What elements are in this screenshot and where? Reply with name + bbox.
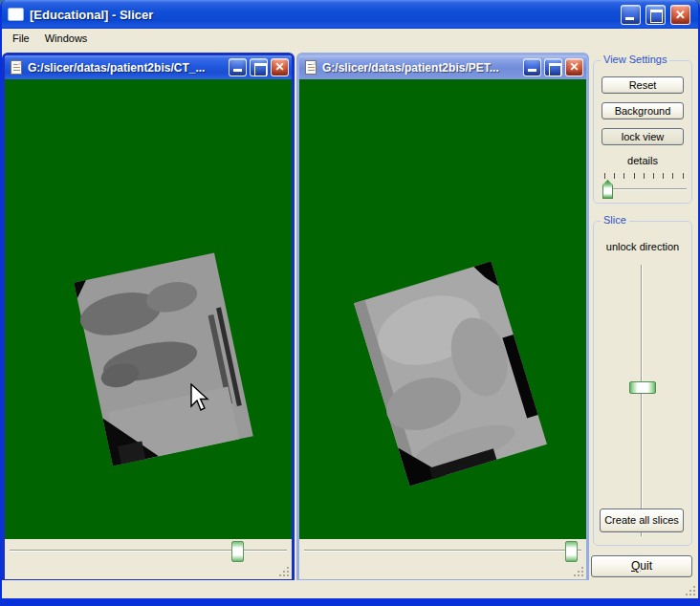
pet-slice-image[interactable] (299, 79, 586, 539)
menu-file[interactable]: File (6, 31, 36, 46)
slice-label: Slice (601, 214, 629, 226)
ct-resize-grip[interactable] (277, 565, 289, 576)
view-settings-group: View Settings Reset Background lock view… (593, 60, 692, 204)
pet-titlebar[interactable]: G:/slicer/datas/patient2bis/PET... (299, 55, 586, 79)
main-window: [Educational] - Slicer File Windows G:/s… (0, 0, 700, 606)
background-button[interactable]: Background (602, 102, 684, 119)
pet-close-button[interactable] (565, 58, 583, 76)
ct-slice-image[interactable] (5, 79, 292, 539)
details-slider-ticks (604, 173, 684, 179)
app-icon (8, 8, 24, 21)
unlock-direction-label: unlock direction (594, 241, 691, 252)
pet-minimize-button[interactable] (523, 58, 541, 76)
maximize-button[interactable] (645, 5, 666, 25)
window-title: [Educational] - Slicer (30, 8, 621, 22)
pet-statusbar (299, 565, 586, 579)
details-label: details (594, 155, 691, 166)
ct-minimize-button[interactable] (229, 58, 247, 76)
menubar: File Windows (2, 29, 698, 48)
slice-slider-thumb[interactable] (629, 381, 656, 394)
ct-slice-slider[interactable] (5, 539, 292, 565)
view-settings-label: View Settings (601, 54, 669, 65)
pet-viewport[interactable] (299, 79, 586, 539)
main-resize-grip[interactable] (683, 583, 696, 596)
quit-button[interactable]: Quit (591, 555, 692, 577)
document-icon (11, 60, 22, 75)
ct-maximize-button[interactable] (250, 58, 268, 76)
pet-slice-slider[interactable] (299, 539, 586, 565)
pet-window: G:/slicer/datas/patient2bis/PET... (296, 53, 589, 580)
pet-maximize-button[interactable] (544, 58, 562, 76)
ct-titlebar[interactable]: G:/slicer/datas/patient2bis/CT_... (5, 55, 292, 79)
ct-window-title: G:/slicer/datas/patient2bis/CT_... (28, 61, 229, 75)
lock-view-button[interactable]: lock view (602, 128, 684, 145)
ct-window: G:/slicer/datas/patient2bis/CT_... (2, 53, 295, 580)
details-slider-thumb[interactable] (602, 180, 613, 199)
slice-group: Slice unlock direction Create all slices (593, 221, 692, 546)
pet-window-title: G:/slicer/datas/patient2bis/PET... (322, 61, 523, 75)
main-titlebar[interactable]: [Educational] - Slicer (2, 0, 698, 29)
minimize-button[interactable] (621, 5, 641, 25)
menu-windows[interactable]: Windows (38, 31, 95, 46)
mdi-client-area: G:/slicer/datas/patient2bis/CT_... (2, 48, 698, 598)
reset-button[interactable]: Reset (602, 76, 684, 94)
ct-viewport[interactable] (5, 79, 292, 539)
ct-close-button[interactable] (271, 58, 289, 76)
create-all-slices-button[interactable]: Create all slices (600, 509, 684, 532)
document-icon (305, 60, 317, 75)
pet-slider-thumb[interactable] (565, 541, 578, 562)
ct-slider-thumb[interactable] (231, 541, 244, 562)
close-button[interactable] (670, 5, 690, 25)
control-panel: View Settings Reset Background lock view… (591, 53, 694, 578)
ct-statusbar (5, 565, 292, 579)
pet-resize-grip[interactable] (572, 565, 583, 576)
